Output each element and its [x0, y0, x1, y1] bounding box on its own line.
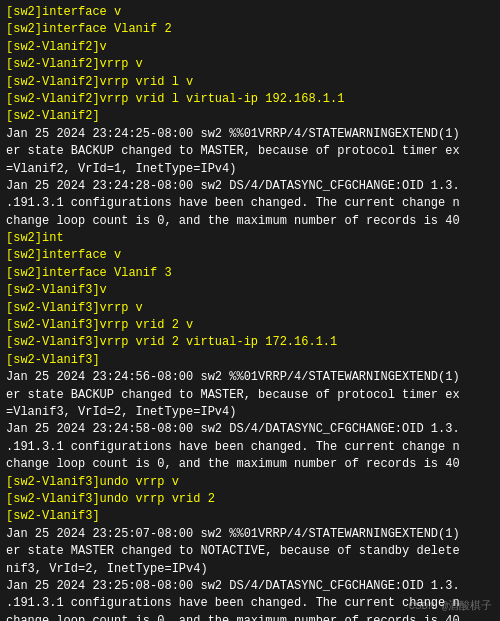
terminal-line: [sw2-Vlanif2]vrrp vrid l v	[6, 74, 494, 91]
terminal-line: [sw2]interface v	[6, 4, 494, 21]
terminal-line: Jan 25 2024 23:24:58-08:00 sw2 DS/4/DATA…	[6, 421, 494, 438]
terminal-line: =Vlanif2, VrId=1, InetType=IPv4)	[6, 161, 494, 178]
terminal-line: Jan 25 2024 23:25:07-08:00 sw2 %%01VRRP/…	[6, 526, 494, 543]
terminal-line: change loop count is 0, and the maximum …	[6, 613, 494, 621]
terminal-line: [sw2]interface Vlanif 3	[6, 265, 494, 282]
terminal-line: [sw2-Vlanif3]	[6, 508, 494, 525]
terminal-line: Jan 25 2024 23:24:28-08:00 sw2 DS/4/DATA…	[6, 178, 494, 195]
terminal-line: [sw2-Vlanif3]vrrp vrid 2 virtual-ip 172.…	[6, 334, 494, 351]
watermark: CSDN @酒酸棋子	[408, 598, 492, 613]
terminal-line: Jan 25 2024 23:24:56-08:00 sw2 %%01VRRP/…	[6, 369, 494, 386]
terminal-line: er state MASTER changed to NOTACTIVE, be…	[6, 543, 494, 560]
terminal-line: [sw2-Vlanif2]	[6, 108, 494, 125]
terminal-line: .191.3.1 configurations have been change…	[6, 439, 494, 456]
terminal-line: [sw2-Vlanif3]undo vrrp v	[6, 474, 494, 491]
terminal-line: Jan 25 2024 23:25:08-08:00 sw2 DS/4/DATA…	[6, 578, 494, 595]
terminal-line: [sw2-Vlanif2]v	[6, 39, 494, 56]
terminal-line: [sw2-Vlanif3]vrrp v	[6, 300, 494, 317]
terminal-line: [sw2-Vlanif2]vrrp v	[6, 56, 494, 73]
terminal-line: [sw2-Vlanif3]v	[6, 282, 494, 299]
terminal-line: [sw2]interface Vlanif 2	[6, 21, 494, 38]
terminal-line: [sw2-Vlanif3]undo vrrp vrid 2	[6, 491, 494, 508]
terminal-window: [sw2]interface v[sw2]interface Vlanif 2[…	[0, 0, 500, 621]
terminal-line: .191.3.1 configurations have been change…	[6, 195, 494, 212]
terminal-line: [sw2-Vlanif3]vrrp vrid 2 v	[6, 317, 494, 334]
terminal-line: change loop count is 0, and the maximum …	[6, 456, 494, 473]
terminal-line: [sw2]interface v	[6, 247, 494, 264]
terminal-line: [sw2]int	[6, 230, 494, 247]
terminal-line: Jan 25 2024 23:24:25-08:00 sw2 %%01VRRP/…	[6, 126, 494, 143]
terminal-line: [sw2-Vlanif2]vrrp vrid l virtual-ip 192.…	[6, 91, 494, 108]
terminal-line: [sw2-Vlanif3]	[6, 352, 494, 369]
terminal-line: nif3, VrId=2, InetType=IPv4)	[6, 561, 494, 578]
terminal-line: er state BACKUP changed to MASTER, becau…	[6, 387, 494, 404]
terminal-line: change loop count is 0, and the maximum …	[6, 213, 494, 230]
terminal-output: [sw2]interface v[sw2]interface Vlanif 2[…	[6, 4, 494, 621]
terminal-line: =Vlanif3, VrId=2, InetType=IPv4)	[6, 404, 494, 421]
terminal-line: er state BACKUP changed to MASTER, becau…	[6, 143, 494, 160]
